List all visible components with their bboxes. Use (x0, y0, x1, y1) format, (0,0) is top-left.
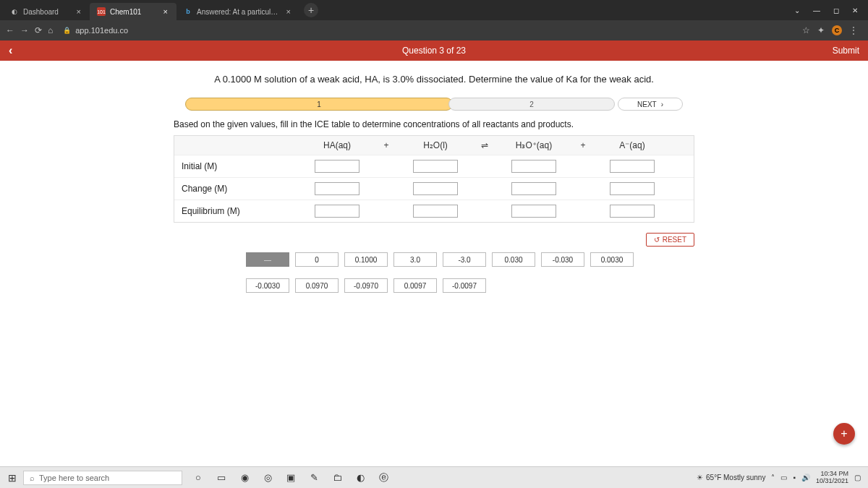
ice-table: HA(aq) + H₂O(l) ⇌ H₃O⁺(aq) + A⁻(aq) Init… (174, 135, 694, 223)
tile-0.1000[interactable]: 0.1000 (344, 252, 388, 267)
close-icon[interactable]: × (162, 7, 169, 16)
cell-change-ha[interactable] (315, 182, 359, 195)
tile-0.030[interactable]: 0.030 (492, 252, 535, 267)
weather-widget[interactable]: ☀ 65°F Mostly sunny (697, 474, 765, 481)
start-button[interactable]: ⊞ (3, 468, 22, 487)
value-tiles: — 0 0.1000 3.0 -3.0 0.030 -0.030 0.0030 … (174, 252, 694, 293)
tile--0.030[interactable]: -0.030 (541, 252, 584, 267)
ice-header-row: HA(aq) + H₂O(l) ⇌ H₃O⁺(aq) + A⁻(aq) (174, 136, 694, 155)
tab-title: Answered: At a particular tempe (197, 8, 281, 16)
tab-dashboard[interactable]: ◐ Dashboard × (3, 3, 90, 20)
cell-eq-a[interactable] (610, 205, 655, 218)
windows-taskbar: ⊞ ⌕ Type here to search ○ ▭ ◉ ◎ ▣ ✎ 🗀 ◐ … (0, 466, 868, 488)
cell-change-a[interactable] (610, 182, 655, 195)
next-button[interactable]: NEXT › (618, 98, 683, 111)
clock[interactable]: 10:34 PM 10/31/2021 (816, 471, 848, 485)
app-icon-2[interactable]: ▣ (282, 469, 299, 487)
tile-0.0030[interactable]: 0.0030 (590, 252, 634, 267)
next-label: NEXT (637, 100, 657, 108)
maximize-icon[interactable]: ◻ (833, 7, 839, 14)
chrome-icon[interactable]: ◉ (236, 469, 253, 487)
question-prompt: A 0.1000 M solution of a weak acid, HA, … (214, 74, 654, 85)
favicon-chem101: 101 (97, 7, 106, 16)
back-icon[interactable]: ← (6, 25, 14, 35)
favicon-bartleby: b (184, 7, 192, 16)
close-window-icon[interactable]: ✕ (852, 7, 858, 14)
tile--0.0097[interactable]: -0.0097 (443, 278, 486, 293)
taskbar-search-input[interactable]: ⌕ Type here to search (23, 471, 182, 485)
chevron-down-icon[interactable]: ⌄ (794, 7, 800, 14)
menu-icon[interactable]: ⋮ (849, 25, 858, 35)
task-view-icon[interactable]: ▭ (213, 469, 230, 487)
question-content: A 0.1000 M solution of a weak acid, HA, … (0, 61, 868, 293)
app-icon-3[interactable]: ✎ (305, 469, 323, 487)
close-icon[interactable]: × (285, 7, 292, 16)
add-fab-button[interactable]: + (833, 423, 855, 445)
cell-initial-h2o[interactable] (413, 160, 458, 173)
url-text: app.101edu.co (75, 26, 128, 35)
minimize-icon[interactable]: — (813, 7, 820, 14)
tile-0.0970[interactable]: 0.0970 (295, 278, 339, 293)
cell-initial-h3o[interactable] (511, 160, 556, 173)
app-icon-4[interactable]: ◐ (352, 469, 369, 487)
step-1-pill[interactable]: 1 (185, 98, 453, 111)
star-icon[interactable]: ☆ (802, 25, 810, 35)
submit-button[interactable]: Submit (833, 46, 859, 56)
cell-initial-ha[interactable] (315, 160, 359, 173)
display-icon[interactable]: ▭ (780, 474, 787, 481)
tab-bartleby[interactable]: b Answered: At a particular tempe × (176, 3, 299, 20)
cell-eq-h3o[interactable] (511, 205, 556, 218)
col-ha: HA(aq) (297, 136, 377, 155)
tab-chem101[interactable]: 101 Chem101 × (90, 3, 176, 20)
ice-row-change: Change (M) (174, 178, 694, 200)
edge-icon[interactable]: ⓔ (375, 469, 392, 487)
extension-icon[interactable]: ✦ (817, 25, 825, 35)
step-indicator: 1 2 NEXT › (185, 98, 683, 111)
window-controls: ⌄ — ◻ ✕ (787, 7, 865, 14)
cell-change-h2o[interactable] (413, 182, 458, 195)
back-chevron-icon[interactable]: ‹ (9, 44, 12, 57)
url-input[interactable]: 🔒 app.101edu.co (59, 26, 792, 35)
volume-icon[interactable]: 🔊 (801, 474, 810, 481)
weather-text: 65°F Mostly sunny (706, 474, 765, 481)
reset-label: RESET (663, 236, 686, 244)
favicon-dashboard: ◐ (10, 7, 19, 16)
tile--0.0030[interactable]: -0.0030 (246, 278, 289, 293)
reload-icon[interactable]: ⟳ (35, 25, 42, 35)
tile-blank[interactable]: — (246, 252, 289, 267)
tile--3.0[interactable]: -3.0 (443, 252, 486, 267)
cortana-icon[interactable]: ○ (190, 469, 207, 487)
profile-badge[interactable]: C (832, 25, 842, 35)
ice-row-initial: Initial (M) (174, 155, 694, 178)
new-tab-button[interactable]: + (304, 3, 318, 17)
browser-tabs-bar: ◐ Dashboard × 101 Chem101 × b Answered: … (0, 0, 868, 20)
reset-button[interactable]: ↺ RESET (646, 233, 694, 247)
tile--0.0970[interactable]: -0.0970 (344, 278, 388, 293)
page-header: ‹ Question 3 of 23 Submit (0, 40, 868, 61)
tile-3.0[interactable]: 3.0 (393, 252, 437, 267)
step-instruction: Based on the given values, fill in the I… (174, 119, 574, 129)
cell-initial-a[interactable] (610, 160, 655, 173)
battery-icon[interactable]: ▪ (793, 474, 796, 481)
home-icon[interactable]: ⌂ (48, 25, 53, 35)
notifications-icon[interactable]: ▢ (854, 474, 861, 481)
search-icon: ⌕ (30, 474, 35, 482)
app-icon-1[interactable]: ◎ (259, 469, 276, 487)
tile-0[interactable]: 0 (295, 252, 339, 267)
forward-icon[interactable]: → (20, 25, 29, 35)
plus-symbol: + (574, 136, 592, 155)
col-h3o: H₃O⁺(aq) (494, 136, 574, 155)
tray-chevron-icon[interactable]: ˄ (771, 474, 775, 481)
file-explorer-icon[interactable]: 🗀 (328, 469, 346, 487)
plus-symbol: + (377, 136, 396, 155)
address-bar: ← → ⟳ ⌂ 🔒 app.101edu.co ☆ ✦ C ⋮ (0, 20, 868, 40)
cell-eq-ha[interactable] (315, 205, 359, 218)
row-label-change: Change (M) (174, 178, 297, 200)
close-icon[interactable]: × (75, 7, 82, 16)
chevron-right-icon: › (661, 100, 663, 108)
tile-0.0097[interactable]: 0.0097 (393, 278, 437, 293)
col-a: A⁻(aq) (592, 136, 672, 155)
cell-eq-h2o[interactable] (413, 205, 458, 218)
step-2-pill[interactable]: 2 (448, 98, 615, 111)
cell-change-h3o[interactable] (511, 182, 556, 195)
